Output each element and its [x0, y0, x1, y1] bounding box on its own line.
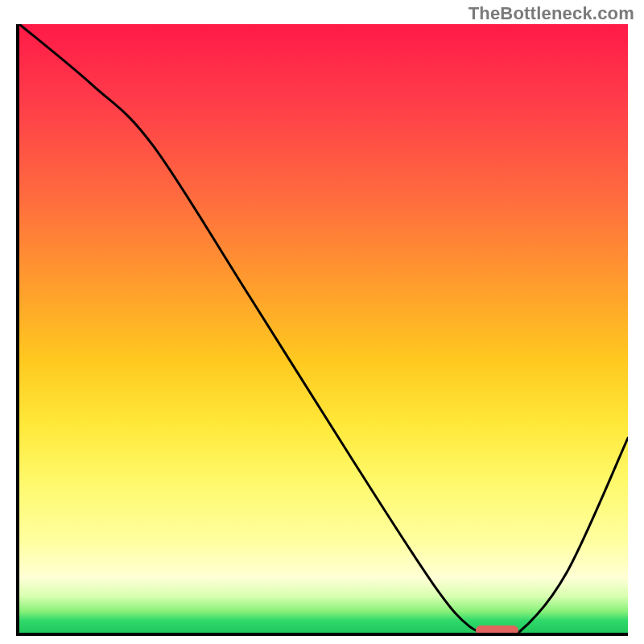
- watermark-text: TheBottleneck.com: [469, 3, 634, 24]
- optimal-range-marker: [476, 625, 518, 633]
- bottleneck-curve: [19, 24, 628, 633]
- plot-area: [16, 24, 628, 636]
- chart-canvas: TheBottleneck.com: [0, 0, 644, 644]
- chart-svg: [19, 24, 628, 633]
